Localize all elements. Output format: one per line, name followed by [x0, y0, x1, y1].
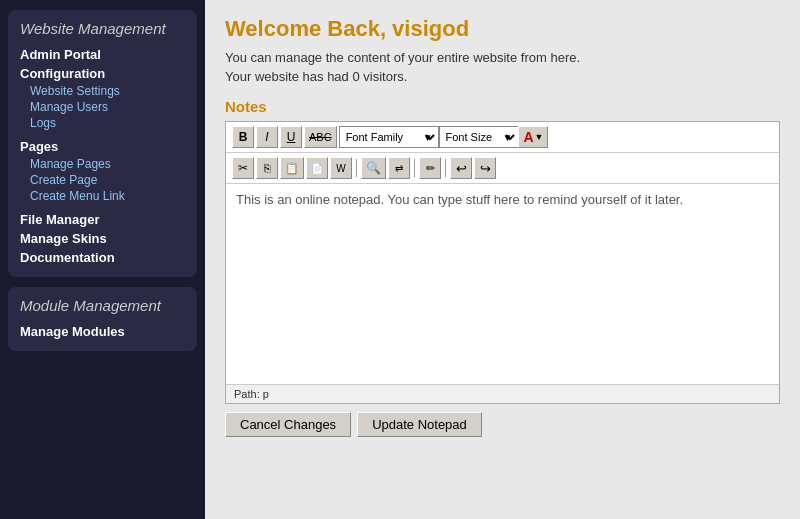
toolbar-row2: ✂ ⎘ 📋 📄 W 🔍 ⇄ ✏ ↩ ↪ [226, 153, 779, 184]
editor-path: Path: p [226, 384, 779, 403]
replace-button[interactable]: ⇄ [388, 157, 410, 179]
editor-container: B I U ABC Font Family Arial Times New Ro… [225, 121, 780, 404]
editor-text: This is an online notepad. You can type … [236, 192, 769, 207]
italic-button[interactable]: I [256, 126, 278, 148]
website-management-section: Website Management Admin Portal Configur… [8, 10, 197, 277]
paste-button[interactable]: 📋 [280, 157, 304, 179]
toolbar-row1: B I U ABC Font Family Arial Times New Ro… [226, 122, 779, 153]
sidebar-item-manage-users[interactable]: Manage Users [20, 99, 185, 115]
toolbar-sep3 [445, 159, 446, 177]
font-family-select[interactable]: Font Family Arial Times New Roman Courie… [339, 126, 439, 148]
sidebar-item-manage-modules[interactable]: Manage Modules [20, 322, 185, 341]
sidebar-item-logs[interactable]: Logs [20, 115, 185, 131]
sidebar-item-create-menu-link[interactable]: Create Menu Link [20, 188, 185, 204]
underline-button[interactable]: U [280, 126, 302, 148]
paste-text-button[interactable]: 📄 [306, 157, 328, 179]
module-management-section: Module Management Manage Modules [8, 287, 197, 351]
sidebar-item-pages[interactable]: Pages [20, 137, 185, 156]
undo-button[interactable]: ↩ [450, 157, 472, 179]
strikethrough-button[interactable]: ABC [304, 126, 337, 148]
font-color-button[interactable]: A ▼ [518, 126, 548, 148]
sidebar-item-manage-pages[interactable]: Manage Pages [20, 156, 185, 172]
sidebar-item-manage-skins[interactable]: Manage Skins [20, 229, 185, 248]
cut-button[interactable]: ✂ [232, 157, 254, 179]
find-button[interactable]: 🔍 [361, 157, 386, 179]
redo-button[interactable]: ↪ [474, 157, 496, 179]
notes-title: Notes [225, 98, 780, 115]
welcome-title: Welcome Back, visigod [225, 16, 780, 42]
action-row: Cancel Changes Update Notepad [225, 412, 780, 437]
sidebar: Website Management Admin Portal Configur… [0, 0, 205, 519]
copy-button[interactable]: ⎘ [256, 157, 278, 179]
welcome-sub1: You can manage the content of your entir… [225, 50, 780, 65]
font-size-select[interactable]: Font Size 8 10 12 14 18 24 36 [439, 126, 519, 148]
font-color-a-icon: A [523, 130, 533, 144]
welcome-sub2: Your website has had 0 visitors. [225, 69, 780, 84]
cancel-changes-button[interactable]: Cancel Changes [225, 412, 351, 437]
sidebar-item-admin-portal[interactable]: Admin Portal [20, 45, 185, 64]
sidebar-item-documentation[interactable]: Documentation [20, 248, 185, 267]
toolbar-sep1 [356, 159, 357, 177]
sidebar-item-create-page[interactable]: Create Page [20, 172, 185, 188]
website-management-title: Website Management [20, 20, 185, 37]
update-notepad-button[interactable]: Update Notepad [357, 412, 482, 437]
paste-word-button[interactable]: W [330, 157, 352, 179]
erase-format-button[interactable]: ✏ [419, 157, 441, 179]
module-management-title: Module Management [20, 297, 185, 314]
main-content: Welcome Back, visigod You can manage the… [205, 0, 800, 519]
sidebar-item-configuration[interactable]: Configuration [20, 64, 185, 83]
font-color-arrow-icon: ▼ [535, 132, 544, 142]
editor-textarea[interactable]: This is an online notepad. You can type … [226, 184, 779, 384]
sidebar-item-website-settings[interactable]: Website Settings [20, 83, 185, 99]
toolbar-sep2 [414, 159, 415, 177]
sidebar-item-file-manager[interactable]: File Manager [20, 210, 185, 229]
bold-button[interactable]: B [232, 126, 254, 148]
